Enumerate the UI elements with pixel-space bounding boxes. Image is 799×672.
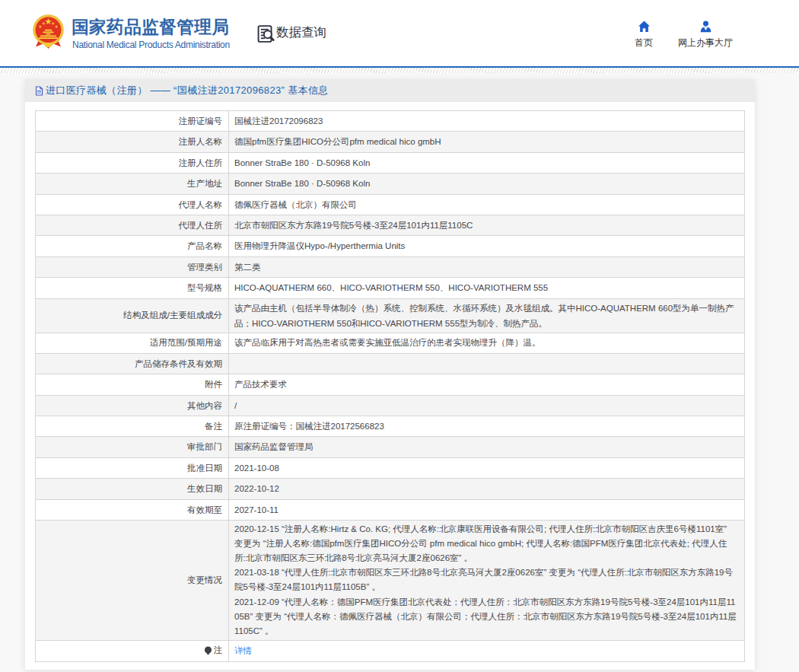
row-label: 生效日期	[36, 479, 229, 499]
row-label: 产品名称	[36, 236, 229, 256]
file-icon	[35, 86, 43, 96]
home-icon	[638, 21, 651, 33]
row-label: 其他内容	[36, 395, 229, 416]
table-row: 产品名称医用物理升降温仪Hypo-/Hyperthermia Units	[36, 236, 745, 256]
row-label: 审批部门	[36, 437, 229, 457]
row-value: 德佩医疗器械（北京）有限公司	[229, 194, 745, 215]
table-row: 生产地址Bonner StraBe 180 · D-50968 Koln	[36, 174, 745, 194]
row-value: Bonner StraBe 180 · D-50968 Koln	[229, 152, 745, 173]
note-label: 注	[204, 642, 223, 658]
row-value: 2022-10-12	[229, 479, 745, 499]
info-card: 进口医疗器械（注册） —— “国械注进20172096823” 基本信息 注册证…	[25, 79, 755, 670]
row-label: 有效期至	[36, 499, 229, 520]
row-label: 结构及组成/主要组成成分	[36, 298, 229, 333]
row-label: 批准日期	[36, 457, 229, 478]
table-row: 注册人住所Bonner StraBe 180 · D-50968 Koln	[36, 152, 745, 173]
table-row: 备注原注册证编号：国械注进20172566823	[36, 416, 745, 437]
row-label: 注册人名称	[36, 132, 229, 152]
change-paragraph: 2021-12-09 “代理人名称：德国PFM医疗集团北京代表处；代理人住所：北…	[234, 595, 737, 639]
row-label: 注	[36, 640, 229, 661]
page-title: 进口医疗器械（注册） —— “国械注进20172096823” 基本信息	[46, 84, 329, 97]
row-label: 备注	[36, 416, 229, 437]
table-row: 生效日期2022-10-12	[36, 479, 745, 499]
row-value: 2027-10-11	[229, 499, 745, 520]
row-value: 详情	[229, 640, 745, 661]
national-emblem-logo	[33, 14, 64, 49]
row-label: 生产地址	[36, 174, 229, 194]
row-value: Bonner StraBe 180 · D-50968 Koln	[229, 174, 745, 194]
row-label: 管理类别	[36, 256, 229, 277]
row-value: 第二类	[229, 256, 745, 277]
site-header: 国家药品监督管理局 National Medical Products Admi…	[0, 0, 799, 66]
table-row: 产品储存条件及有效期	[36, 353, 745, 374]
bulb-icon	[204, 646, 212, 655]
row-value: 2021-10-08	[229, 457, 745, 478]
brand-subtitle: National Medical Products Administration	[72, 40, 230, 50]
row-value: 北京市朝阳区东方东路19号院5号楼-3至24层101内11层1105C	[229, 215, 745, 235]
row-label: 代理人名称	[36, 194, 229, 215]
row-value: 产品技术要求	[229, 374, 745, 395]
row-value: 2020-12-15 “注册人名称:Hirtz & Co. KG; 代理人名称:…	[229, 521, 745, 641]
row-label: 变更情况	[36, 521, 229, 641]
row-value: /	[229, 395, 745, 416]
table-row: 审批部门国家药品监督管理局	[36, 437, 745, 457]
row-value: 国家药品监督管理局	[229, 437, 745, 457]
nav-home[interactable]: 首页	[624, 19, 664, 49]
row-label: 注册证编号	[36, 111, 229, 132]
info-table: 注册证编号国械注进20172096823注册人名称德国pfm医疗集团HICO分公…	[35, 110, 745, 662]
row-label: 注册人住所	[36, 152, 229, 173]
stripe-band	[0, 68, 799, 73]
table-row: 有效期至2027-10-11	[36, 499, 745, 520]
change-paragraph: 2020-12-15 “注册人名称:Hirtz & Co. KG; 代理人名称:…	[234, 522, 737, 565]
table-row: 其他内容/	[36, 395, 745, 416]
nav-online-hall[interactable]: 网上办事大厅	[677, 19, 734, 49]
row-value: 医用物理升降温仪Hypo-/Hyperthermia Units	[229, 236, 745, 256]
row-value: HICO-AQUATHERM 660、HICO-VARIOTHERM 550、H…	[229, 278, 745, 298]
row-label: 产品储存条件及有效期	[36, 353, 229, 374]
table-row: 附件产品技术要求	[36, 374, 745, 395]
row-value	[229, 353, 745, 374]
table-row: 型号规格HICO-AQUATHERM 660、HICO-VARIOTHERM 5…	[36, 278, 745, 298]
card-titlebar: 进口医疗器械（注册） —— “国械注进20172096823” 基本信息	[25, 79, 755, 102]
table-row: 注册人名称德国pfm医疗集团HICO分公司pfm medical hico gm…	[36, 132, 745, 152]
table-row: 适用范围/预期用途该产品临床用于对高热患者或需要实施亚低温治疗的患者实现物理升（…	[36, 333, 745, 353]
table-row: 结构及组成/主要组成成分该产品由主机（包括半导体制冷（热）系统、控制系统、水循环…	[36, 298, 745, 333]
table-row: 注详情	[36, 640, 745, 661]
data-query-tab[interactable]: 数据查询	[256, 24, 326, 43]
row-value: 德国pfm医疗集团HICO分公司pfm medical hico gmbH	[229, 132, 745, 152]
table-wrap: 注册证编号国械注进20172096823注册人名称德国pfm医疗集团HICO分公…	[35, 110, 745, 662]
row-value: 该产品由主机（包括半导体制冷（热）系统、控制系统、水循环系统）及水毯组成。其中H…	[229, 298, 745, 333]
data-query-label: 数据查询	[276, 24, 326, 41]
brand-title: 国家药品监督管理局	[72, 15, 229, 39]
table-row: 批准日期2021-10-08	[36, 457, 745, 478]
change-paragraph: 2021-03-18 “代理人住所:北京市朝阳区东三环北路8号北京亮马河大厦2座…	[234, 565, 737, 594]
table-row: 注册证编号国械注进20172096823	[36, 111, 745, 132]
table-row: 变更情况2020-12-15 “注册人名称:Hirtz & Co. KG; 代理…	[36, 521, 745, 641]
table-row: 代理人住所北京市朝阳区东方东路19号院5号楼-3至24层101内11层1105C	[36, 215, 745, 235]
info-table-body: 注册证编号国械注进20172096823注册人名称德国pfm医疗集团HICO分公…	[36, 111, 745, 662]
row-value: 国械注进20172096823	[229, 111, 745, 132]
user-icon	[699, 21, 712, 33]
nav-online-hall-label: 网上办事大厅	[677, 37, 734, 49]
row-label: 型号规格	[36, 278, 229, 298]
document-search-icon	[256, 24, 275, 43]
table-row: 管理类别第二类	[36, 256, 745, 277]
row-value: 原注册证编号：国械注进20172566823	[229, 416, 745, 437]
row-label: 附件	[36, 374, 229, 395]
row-label: 代理人住所	[36, 215, 229, 235]
detail-link[interactable]: 详情	[234, 646, 252, 655]
row-label: 适用范围/预期用途	[36, 333, 229, 353]
nav-home-label: 首页	[624, 37, 664, 49]
table-row: 代理人名称德佩医疗器械（北京）有限公司	[36, 194, 745, 215]
row-value: 该产品临床用于对高热患者或需要实施亚低温治疗的患者实现物理升（降）温。	[229, 333, 745, 353]
